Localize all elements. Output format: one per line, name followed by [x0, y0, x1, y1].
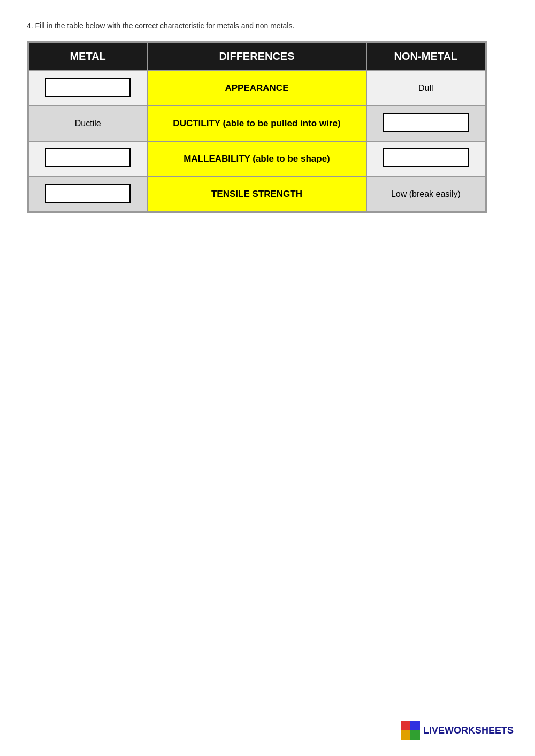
- main-table: METAL DIFFERENCES NON-METAL APPEARANCEDu…: [28, 42, 486, 212]
- cell-nonmetal-3: Low (break easily): [366, 177, 485, 212]
- header-nonmetal: NON-METAL: [366, 42, 485, 71]
- header-differences: DIFFERENCES: [147, 42, 366, 71]
- liveworksheets-logo: LIVEWORKSHEETS: [401, 721, 514, 740]
- cell-nonmetal-1: [366, 106, 485, 141]
- cell-metal-1: Ductile: [28, 106, 147, 141]
- logo-icon-red: [401, 721, 410, 730]
- metal-input-0[interactable]: [45, 78, 131, 97]
- logo-icon-green: [410, 730, 420, 740]
- instruction-text: 4. Fill in the table below with the corr…: [27, 21, 508, 30]
- page-container: 4. Fill in the table below with the corr…: [0, 0, 535, 235]
- logo-text: LIVEWORKSHEETS: [423, 725, 514, 736]
- cell-differences-1: DUCTILITY (able to be pulled into wire): [147, 106, 366, 141]
- cell-metal-2: [28, 141, 147, 177]
- cell-metal-0: [28, 71, 147, 106]
- logo-icon: [401, 721, 420, 740]
- cell-differences-0: APPEARANCE: [147, 71, 366, 106]
- cell-nonmetal-2: [366, 141, 485, 177]
- header-metal: METAL: [28, 42, 147, 71]
- table-row: MALLEABILITY (able to be shape): [28, 141, 485, 177]
- cell-nonmetal-0: Dull: [366, 71, 485, 106]
- cell-metal-3: [28, 177, 147, 212]
- cell-differences-2: MALLEABILITY (able to be shape): [147, 141, 366, 177]
- cell-differences-3: TENSILE STRENGTH: [147, 177, 366, 212]
- table-header-row: METAL DIFFERENCES NON-METAL: [28, 42, 485, 71]
- table-body: APPEARANCEDullDuctileDUCTILITY (able to …: [28, 71, 485, 212]
- metal-input-3[interactable]: [45, 184, 131, 203]
- metal-input-2[interactable]: [45, 148, 131, 167]
- logo-icon-yellow: [401, 730, 410, 740]
- nonmetal-input-2[interactable]: [383, 148, 469, 167]
- table-row: TENSILE STRENGTHLow (break easily): [28, 177, 485, 212]
- nonmetal-input-1[interactable]: [383, 113, 469, 132]
- table-wrapper: METAL DIFFERENCES NON-METAL APPEARANCEDu…: [27, 41, 487, 213]
- table-row: APPEARANCEDull: [28, 71, 485, 106]
- logo-icon-blue: [410, 721, 420, 730]
- table-row: DuctileDUCTILITY (able to be pulled into…: [28, 106, 485, 141]
